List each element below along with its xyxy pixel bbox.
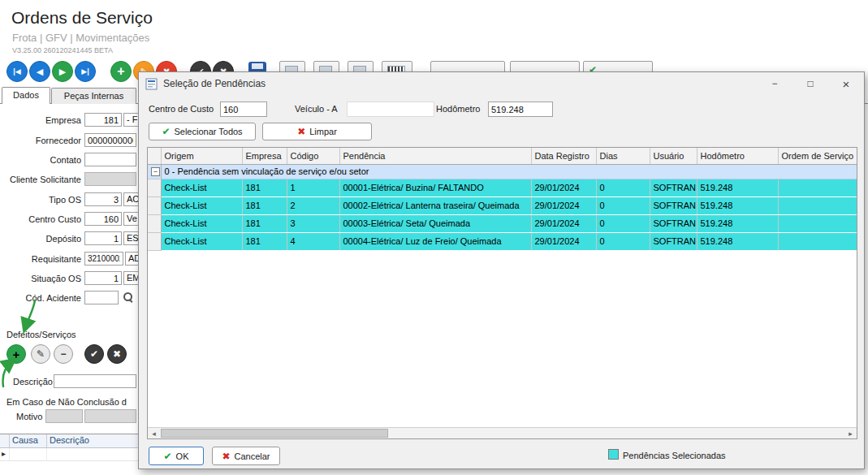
tab-pecas-internas[interactable]: Peças Internas — [51, 88, 136, 104]
maximize-icon: □ — [807, 78, 813, 89]
minus-icon: − — [60, 348, 66, 360]
motivo-desc-field — [84, 409, 136, 423]
ok-button[interactable]: ✔ OK — [149, 447, 204, 465]
header-pendencia[interactable]: Pendência — [339, 148, 531, 164]
tipo-os-field[interactable] — [84, 192, 122, 206]
hodometro-field[interactable] — [488, 101, 553, 117]
version-label: V3.25.00 260120241445 BETA — [12, 46, 113, 54]
fornecedor-field[interactable] — [84, 133, 136, 147]
label-motivo: Motivo — [16, 412, 42, 421]
defeitos-servicos-title: Defeitos/Serviços — [6, 330, 76, 339]
row-marker-icon: ▸ — [0, 448, 10, 460]
requisitante-field[interactable] — [84, 252, 123, 266]
dialog-titlebar[interactable]: Seleção de Pendências — [139, 72, 864, 95]
plus-icon: + — [13, 348, 20, 361]
deposito-field[interactable] — [84, 231, 122, 245]
search-icon[interactable] — [123, 291, 133, 302]
label-veiculo: Veículo - A — [295, 104, 338, 114]
add-record-button[interactable]: + — [110, 61, 132, 82]
descricao-field[interactable] — [54, 374, 136, 388]
check-icon: ✔ — [162, 126, 170, 137]
pendencia-row[interactable]: Check-List 181 2 00002-Elétrica/ Lantern… — [148, 196, 857, 214]
minimize-button[interactable]: − — [757, 72, 792, 95]
defeito-edit-button[interactable]: ✎ — [31, 344, 50, 364]
centro-de-custo-field[interactable] — [220, 101, 267, 117]
x-icon: ✖ — [297, 126, 305, 137]
first-record-icon: |◀ — [13, 67, 20, 76]
cancel-icon: ✖ — [113, 348, 121, 360]
label-hodometro: Hodômetro — [436, 104, 480, 114]
header-causa: Causa — [10, 434, 47, 447]
causa-grid-row[interactable]: ▸ — [0, 448, 138, 461]
minimize-icon: − — [771, 78, 777, 89]
label-empresa: Empresa — [0, 115, 81, 125]
cancelar-button[interactable]: ✖ Cancelar — [212, 447, 280, 465]
next-record-icon: ▶ — [59, 67, 66, 77]
label-deposito: Depósito — [0, 234, 81, 244]
maximize-button[interactable]: □ — [792, 72, 828, 95]
veiculo-field[interactable] — [347, 101, 434, 117]
prior-record-button[interactable]: ◀ — [29, 61, 50, 82]
label-centro-custo: Centro Custo — [0, 214, 81, 224]
defeito-cancel-button[interactable]: ✖ — [107, 344, 127, 364]
label-cod-acidente: Cód. Acidente — [0, 293, 81, 303]
selecao-pendencias-dialog: Seleção de Pendências − □ × Centro de Cu… — [138, 71, 865, 469]
label-requisitante: Requisitante — [0, 254, 81, 264]
centro-custo-field[interactable] — [84, 212, 122, 226]
dialog-icon — [145, 78, 158, 90]
pendencia-row[interactable]: Check-List 181 3 00003-Elétrica/ Seta/ Q… — [148, 214, 857, 232]
situacao-os-field[interactable] — [84, 271, 122, 285]
scrollbar-thumb[interactable] — [161, 429, 388, 438]
tab-dados[interactable]: Dados — [2, 87, 50, 104]
motivo-field — [45, 409, 83, 423]
causa-grid-header: Causa Descrição — [0, 434, 138, 448]
cod-acidente-field[interactable] — [84, 291, 119, 304]
header-codigo[interactable]: Código — [287, 148, 339, 164]
x-icon: ✖ — [222, 451, 230, 462]
dialog-title: Seleção de Pendências — [163, 78, 266, 89]
defeito-confirm-button[interactable]: ✔ — [84, 344, 104, 364]
header-dias[interactable]: Dias — [596, 148, 650, 164]
pendencias-grid: Origem Empresa Código Pendência Data Reg… — [147, 147, 857, 439]
label-contato: Contato — [0, 155, 81, 165]
breadcrumb: Frota | GFV | Movimentações — [12, 32, 149, 44]
cliente-solicitante-field — [84, 172, 136, 186]
close-icon: × — [843, 77, 850, 91]
defeito-remove-button[interactable]: − — [54, 344, 73, 364]
confirm-icon: ✔ — [90, 348, 98, 360]
limpar-button[interactable]: ✖ Limpar — [262, 123, 372, 140]
causa-grid: Causa Descrição ▸ — [0, 434, 138, 475]
collapse-icon[interactable]: − — [151, 167, 160, 176]
label-cliente-solicitante: Cliente Solicitante — [0, 175, 81, 184]
plus-icon: + — [117, 64, 124, 79]
grid-header-row: Origem Empresa Código Pendência Data Reg… — [148, 148, 857, 164]
header-data-registro[interactable]: Data Registro — [531, 148, 596, 164]
label-tipo-os: Tipo OS — [0, 195, 81, 205]
label-descricao: Descrição — [13, 377, 53, 386]
selecionar-todos-button[interactable]: ✔ Selecionar Todos — [149, 123, 256, 140]
group-row[interactable]: − 0 - Pendência sem vinculação de serviç… — [148, 164, 857, 179]
prior-record-icon: ◀ — [37, 67, 43, 77]
header-ordem-servico[interactable]: Ordem de Serviço — [778, 148, 857, 164]
pendencia-row[interactable]: Check-List 181 4 00004-Elétrica/ Luz de … — [148, 232, 857, 250]
nao-conclusao-label: Em Caso de Não Conclusão d — [6, 397, 140, 407]
pencil-icon: ✎ — [37, 348, 45, 360]
header-origem[interactable]: Origem — [161, 148, 242, 164]
annotation-arrow-up-icon — [2, 361, 12, 386]
scroll-left-icon[interactable]: ◂ — [148, 428, 160, 438]
first-record-button[interactable]: |◀ — [6, 61, 28, 82]
contato-field[interactable] — [84, 153, 136, 166]
close-button[interactable]: × — [828, 72, 864, 95]
header-usuario[interactable]: Usuário — [650, 148, 697, 164]
defeito-add-button[interactable]: + — [6, 344, 26, 364]
empresa-field[interactable] — [84, 113, 122, 127]
scroll-right-icon[interactable]: ▸ — [844, 428, 857, 438]
next-record-button[interactable]: ▶ — [52, 61, 73, 82]
horizontal-scrollbar[interactable]: ◂ ▸ — [148, 427, 857, 438]
pendencia-row[interactable]: Check-List 181 1 00001-Elétrica/ Buzina/… — [148, 179, 857, 196]
header-hodometro[interactable]: Hodômetro — [697, 148, 778, 164]
page-title: Ordens de Serviço — [11, 8, 153, 28]
last-record-button[interactable]: ▶| — [75, 61, 96, 82]
header-empresa[interactable]: Empresa — [242, 148, 287, 164]
check-icon: ✔ — [164, 451, 172, 462]
